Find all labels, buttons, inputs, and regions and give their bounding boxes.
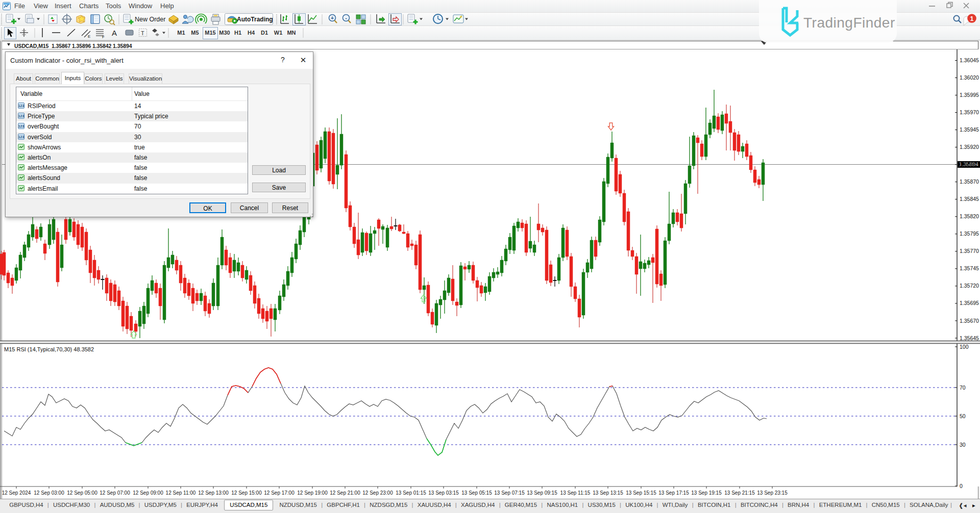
- svg-text:1.35945: 1.35945: [960, 126, 979, 133]
- svg-text:12 Sep 15:00: 12 Sep 15:00: [231, 490, 262, 496]
- svg-text:12 Sep 23:00: 12 Sep 23:00: [362, 490, 393, 496]
- svg-text:1.35645: 1.35645: [960, 335, 979, 341]
- svg-text:M15 RSI (14,Typical,70,30) 48.: M15 RSI (14,Typical,70,30) 48.3582: [4, 346, 94, 352]
- svg-text:12 Sep 2024: 12 Sep 2024: [2, 490, 31, 496]
- svg-text:123: 123: [18, 104, 24, 108]
- svg-text:12 Sep 03:00: 12 Sep 03:00: [34, 490, 64, 496]
- svg-text:123: 123: [18, 124, 24, 128]
- svg-text:1.35895: 1.35895: [960, 161, 979, 167]
- svg-text:100: 100: [960, 344, 969, 350]
- svg-text:70: 70: [960, 384, 966, 391]
- svg-text:13 Sep 15:15: 13 Sep 15:15: [626, 490, 656, 496]
- svg-text:1.35970: 1.35970: [960, 109, 979, 115]
- svg-text:1.35670: 1.35670: [960, 318, 979, 324]
- svg-text:TradingFinder: TradingFinder: [803, 15, 895, 31]
- svg-text:13 Sep 17:15: 13 Sep 17:15: [658, 490, 689, 496]
- svg-text:13 Sep 01:15: 13 Sep 01:15: [396, 490, 426, 496]
- svg-text:30: 30: [960, 442, 966, 448]
- svg-text:1.35870: 1.35870: [960, 178, 979, 185]
- svg-text:12 Sep 21:00: 12 Sep 21:00: [330, 490, 360, 496]
- svg-text:1.35695: 1.35695: [960, 300, 979, 306]
- svg-text:1.36020: 1.36020: [960, 74, 979, 81]
- svg-text:123: 123: [18, 114, 24, 118]
- svg-text:1.35995: 1.35995: [960, 92, 979, 98]
- svg-text:1.35745: 1.35745: [960, 265, 979, 271]
- svg-text:1.35795: 1.35795: [960, 230, 979, 237]
- svg-text:1.35720: 1.35720: [960, 283, 979, 289]
- svg-text:12 Sep 09:00: 12 Sep 09:00: [133, 490, 163, 496]
- svg-text:1.35820: 1.35820: [960, 213, 979, 219]
- svg-text:12 Sep 05:00: 12 Sep 05:00: [67, 490, 97, 496]
- svg-text:0: 0: [960, 483, 963, 489]
- svg-text:12 Sep 13:00: 12 Sep 13:00: [198, 490, 229, 496]
- svg-text:12 Sep 17:00: 12 Sep 17:00: [264, 490, 295, 496]
- svg-text:123: 123: [18, 135, 24, 139]
- svg-text:50: 50: [960, 413, 966, 419]
- svg-text:13 Sep 23:15: 13 Sep 23:15: [757, 490, 788, 496]
- svg-text:1.35920: 1.35920: [960, 144, 979, 150]
- svg-text:13 Sep 11:15: 13 Sep 11:15: [560, 490, 591, 496]
- svg-text:1.35770: 1.35770: [960, 248, 979, 254]
- svg-text:12 Sep 07:00: 12 Sep 07:00: [100, 490, 130, 496]
- svg-text:13 Sep 21:15: 13 Sep 21:15: [724, 490, 755, 496]
- svg-text:13 Sep 09:15: 13 Sep 09:15: [527, 490, 557, 496]
- svg-text:1.36045: 1.36045: [960, 57, 979, 63]
- svg-text:12 Sep 11:00: 12 Sep 11:00: [166, 490, 196, 496]
- svg-text:13 Sep 19:15: 13 Sep 19:15: [691, 490, 722, 496]
- svg-text:12 Sep 19:00: 12 Sep 19:00: [297, 490, 328, 496]
- svg-text:13 Sep 07:15: 13 Sep 07:15: [494, 490, 525, 496]
- svg-text:13 Sep 05:15: 13 Sep 05:15: [461, 490, 492, 496]
- svg-text:13 Sep 03:15: 13 Sep 03:15: [428, 490, 459, 496]
- svg-text:1.35845: 1.35845: [960, 196, 979, 202]
- svg-text:13 Sep 13:15: 13 Sep 13:15: [593, 490, 623, 496]
